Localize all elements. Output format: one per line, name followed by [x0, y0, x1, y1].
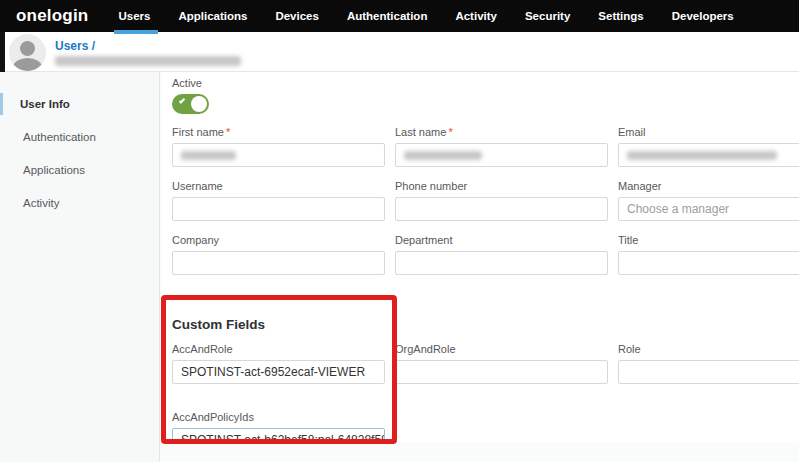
phone-number-label: Phone number [395, 180, 608, 192]
company-input[interactable] [172, 251, 385, 275]
check-icon [179, 97, 185, 103]
phone-number-input[interactable] [395, 197, 608, 221]
accandrole-label: AccAndRole [172, 343, 385, 355]
nav-item-developers[interactable]: Developers [658, 0, 748, 32]
redacted-value [404, 151, 482, 160]
sidebar-item-user-info[interactable]: User Info [0, 93, 159, 115]
role-label: Role [618, 343, 799, 355]
manager-label: Manager [618, 180, 799, 192]
sidebar: User Info Authentication Applications Ac… [0, 72, 160, 462]
redacted-value [627, 151, 777, 160]
required-asterisk: * [226, 126, 230, 138]
avatar-person-icon [20, 41, 35, 56]
accandpolicyids-input[interactable]: SPOTINST-act-b62bef58:pol-64828f58 [172, 428, 385, 443]
custom-fields-heading: Custom Fields [172, 317, 799, 332]
nav-item-settings[interactable]: Settings [584, 0, 657, 32]
organdrole-input[interactable] [395, 360, 608, 384]
title-label: Title [618, 234, 799, 246]
department-label: Department [395, 234, 608, 246]
top-nav: onelogin Users Applications Devices Auth… [0, 0, 799, 32]
accandrole-input[interactable]: SPOTINST-act-6952ecaf-VIEWER [172, 360, 385, 384]
role-input[interactable] [618, 360, 799, 384]
page-header: Users / [0, 32, 799, 72]
onelogin-logo: onelogin [16, 6, 88, 26]
username-label: Username [172, 180, 385, 192]
title-input[interactable] [618, 251, 799, 275]
nav-item-users[interactable]: Users [104, 0, 164, 32]
sidebar-item-authentication[interactable]: Authentication [0, 126, 159, 148]
manager-placeholder: Choose a manager [627, 202, 729, 216]
first-name-input[interactable] [172, 143, 385, 167]
required-asterisk: * [448, 126, 452, 138]
user-info-form: Active First name* Last name* Email User… [161, 72, 799, 443]
user-avatar [9, 34, 46, 71]
nav-item-security[interactable]: Security [511, 0, 584, 32]
sidebar-item-applications[interactable]: Applications [0, 159, 159, 181]
breadcrumb-users-link[interactable]: Users / [55, 39, 95, 53]
last-name-label: Last name* [395, 126, 608, 138]
nav-item-applications[interactable]: Applications [164, 0, 261, 32]
company-label: Company [172, 234, 385, 246]
toggle-knob [191, 96, 207, 112]
first-name-label: First name* [172, 126, 385, 138]
nav-item-authentication[interactable]: Authentication [333, 0, 442, 32]
sidebar-item-activity[interactable]: Activity [0, 192, 159, 214]
nav-item-activity[interactable]: Activity [441, 0, 511, 32]
manager-input[interactable]: Choose a manager [618, 197, 799, 221]
redacted-value [181, 151, 236, 160]
active-toggle[interactable] [172, 94, 209, 114]
email-input[interactable] [618, 143, 799, 167]
email-label: Email [618, 126, 799, 138]
department-input[interactable] [395, 251, 608, 275]
breadcrumb-username-redacted [55, 56, 241, 66]
active-toggle-label: Active [172, 77, 799, 89]
nav-menu: Users Applications Devices Authenticatio… [104, 0, 747, 32]
last-name-input[interactable] [395, 143, 608, 167]
organdrole-label: OrgAndRole [395, 343, 608, 355]
nav-item-devices[interactable]: Devices [261, 0, 332, 32]
accandpolicyids-label: AccAndPolicyIds [172, 411, 385, 423]
edge-strip [0, 32, 5, 72]
username-input[interactable] [172, 197, 385, 221]
